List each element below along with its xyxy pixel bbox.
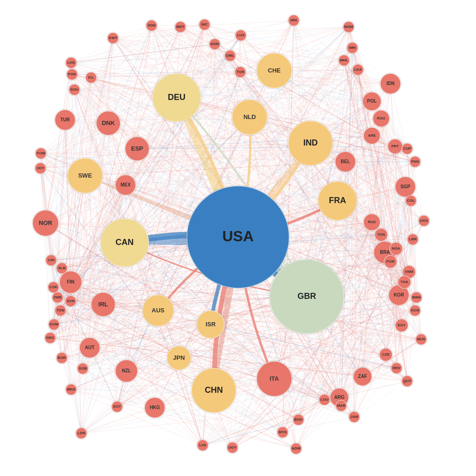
network-graph [0, 0, 476, 476]
